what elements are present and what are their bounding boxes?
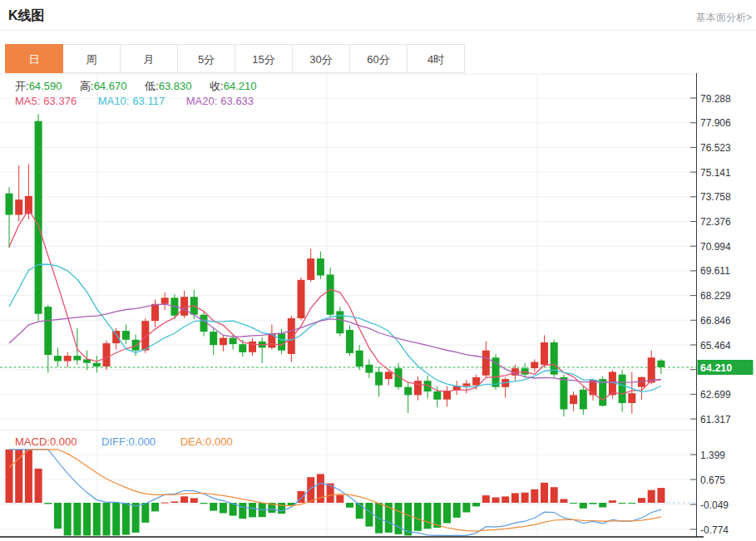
macd-bar — [170, 501, 178, 503]
candle-body — [278, 333, 285, 350]
macd-bar — [298, 491, 305, 503]
macd-bar — [83, 503, 91, 535]
candle-body — [472, 377, 480, 386]
y-axis-label: 61.317 — [700, 414, 731, 425]
macd-bar — [239, 503, 246, 519]
macd-bar — [200, 503, 208, 504]
macd-bar — [230, 503, 237, 516]
macd-bar — [73, 503, 81, 535]
macd-bar — [210, 503, 217, 511]
dea-line — [9, 450, 661, 531]
price-badge-value: 64.210 — [700, 362, 732, 374]
candle-body — [112, 331, 120, 343]
macd-bar — [482, 495, 490, 503]
macd-axis-label: -0.049 — [700, 499, 729, 511]
candle-body — [15, 199, 22, 214]
candle-body — [462, 383, 470, 386]
candle-body — [648, 357, 655, 382]
macd-bar — [220, 503, 227, 514]
candle-body — [259, 342, 266, 348]
macd-bar — [462, 503, 470, 513]
y-axis-label: 79.288 — [700, 93, 731, 105]
candle-body — [531, 362, 538, 369]
macd-label: MACD: — [15, 435, 50, 448]
candle-body — [103, 343, 111, 366]
macd-bar — [54, 503, 62, 529]
macd-bar — [511, 493, 519, 503]
macd-bar — [64, 503, 72, 535]
ma5-label: MA5: — [15, 95, 40, 107]
macd-bar — [628, 503, 635, 504]
candle-body — [327, 274, 334, 314]
close-label: 收: — [210, 80, 224, 92]
grid-lines — [0, 74, 696, 536]
tab-day[interactable]: 日 — [5, 44, 63, 73]
candle-body — [628, 393, 635, 403]
candle-body — [482, 351, 490, 376]
candle-body — [6, 194, 13, 215]
candle-body — [151, 304, 159, 321]
macd-bar — [317, 474, 324, 503]
macd-bar — [657, 488, 665, 503]
candle-body — [132, 340, 140, 351]
macd-bar — [141, 503, 149, 523]
candle-body — [590, 380, 597, 395]
candle-body — [453, 386, 461, 391]
candle-body — [511, 368, 519, 376]
candle-body — [424, 381, 432, 391]
candle-body — [25, 196, 32, 214]
candle-body — [122, 331, 130, 340]
kline-page: K线图 基本面分析> 日 周 月 5分 15分 30分 60分 4时 79.28… — [0, 0, 756, 541]
candle-body — [64, 356, 72, 361]
macd-bar — [6, 450, 13, 503]
candle-body — [73, 356, 81, 360]
macd-bar — [365, 503, 373, 527]
candle-body — [93, 363, 101, 366]
candle-body — [83, 359, 91, 362]
candle-body — [560, 377, 567, 410]
candles-layer — [6, 114, 665, 416]
y-axis-label: 77.906 — [700, 117, 731, 129]
y-axis-label: 70.994 — [700, 241, 731, 253]
candle-body — [170, 298, 178, 316]
candle-body — [44, 307, 52, 355]
ma20-value: 63.633 — [220, 95, 254, 107]
candle-body — [346, 330, 353, 353]
macd-legend: MACD:0.000 DIFF:0.000 DEA:0.000 — [15, 435, 254, 448]
macd-bar — [609, 500, 616, 503]
ma5-line — [9, 209, 661, 400]
candle-body — [230, 338, 237, 345]
macd-bar — [93, 503, 101, 535]
candle-body — [161, 298, 169, 304]
macd-bar — [580, 503, 587, 509]
macd-bar — [15, 450, 22, 503]
candle-body — [180, 297, 188, 316]
y-axis-label: 66.846 — [700, 315, 731, 327]
candle-body — [190, 297, 198, 315]
macd-bar — [346, 503, 353, 508]
macd-bar — [190, 498, 198, 503]
high-value: 64.670 — [94, 80, 127, 92]
macd-bar — [453, 503, 461, 518]
macd-bar — [414, 503, 422, 531]
diff-value: 0.000 — [129, 435, 156, 448]
macd-bar — [268, 503, 275, 513]
candle-body — [395, 368, 403, 387]
candle-body — [288, 318, 295, 354]
ohlc-legend: 开:64.590 高:64.670 低:63.830 收:64.210 — [15, 79, 271, 94]
macd-bar — [112, 503, 120, 535]
macd-bar — [531, 489, 538, 503]
candle-body — [375, 372, 383, 386]
macd-bar — [44, 503, 52, 504]
macd-bar — [443, 503, 451, 524]
macd-bar — [560, 499, 567, 504]
candle-body — [249, 342, 256, 352]
macd-bar — [327, 484, 334, 503]
candle-body — [657, 361, 665, 367]
macd-value: 0.000 — [50, 435, 77, 448]
open-value: 64.590 — [29, 80, 62, 92]
candle-body — [307, 258, 314, 280]
candle-body — [220, 338, 227, 346]
low-value: 63.830 — [159, 80, 192, 92]
kline-chart[interactable]: 79.28877.90676.52375.14173.75872.37670.9… — [0, 0, 756, 541]
